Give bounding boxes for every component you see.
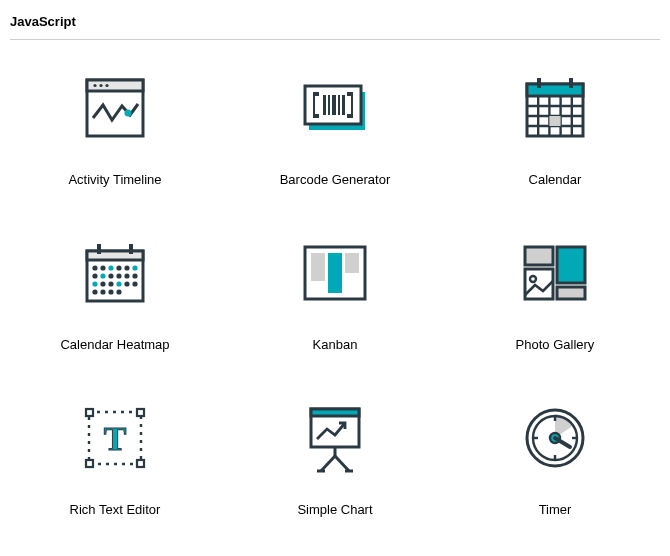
svg-point-45 <box>124 281 129 286</box>
svg-line-69 <box>321 456 335 471</box>
card-rich-text-editor[interactable]: T Rich Text Editor <box>10 390 220 525</box>
calendar-heatmap-icon <box>75 233 155 313</box>
photo-gallery-icon <box>515 233 595 313</box>
card-timer[interactable]: Timer <box>450 390 660 525</box>
svg-rect-56 <box>557 247 585 283</box>
svg-point-34 <box>132 265 137 270</box>
svg-point-40 <box>132 273 137 278</box>
svg-point-36 <box>100 273 105 278</box>
svg-rect-55 <box>525 247 553 265</box>
svg-rect-54 <box>345 253 359 273</box>
svg-point-39 <box>124 273 129 278</box>
card-photo-gallery[interactable]: Photo Gallery <box>450 225 660 360</box>
svg-point-35 <box>92 273 97 278</box>
card-label: Calendar Heatmap <box>60 337 169 352</box>
card-label: Photo Gallery <box>516 337 595 352</box>
svg-rect-16 <box>569 78 573 88</box>
svg-rect-9 <box>328 95 330 115</box>
card-label: Calendar <box>529 172 582 187</box>
svg-rect-53 <box>328 253 342 293</box>
svg-rect-67 <box>311 409 359 416</box>
svg-point-43 <box>108 281 113 286</box>
svg-rect-15 <box>537 78 541 88</box>
components-gallery: JavaScript Activity Timeline <box>0 0 670 525</box>
svg-text:T: T <box>104 420 127 457</box>
svg-point-37 <box>108 273 113 278</box>
section-title: JavaScript <box>10 10 660 40</box>
timer-icon <box>515 398 595 478</box>
svg-point-49 <box>108 289 113 294</box>
card-kanban[interactable]: Kanban <box>230 225 440 360</box>
svg-point-30 <box>100 265 105 270</box>
card-simple-chart[interactable]: Simple Chart <box>230 390 440 525</box>
svg-point-46 <box>132 281 137 286</box>
svg-rect-12 <box>342 95 345 115</box>
svg-rect-8 <box>323 95 326 115</box>
simple-chart-icon <box>295 398 375 478</box>
activity-timeline-icon <box>75 68 155 148</box>
svg-point-50 <box>116 289 121 294</box>
svg-rect-10 <box>332 95 336 115</box>
card-activity-timeline[interactable]: Activity Timeline <box>10 60 220 195</box>
svg-point-32 <box>116 265 121 270</box>
svg-point-33 <box>124 265 129 270</box>
svg-rect-62 <box>137 409 144 416</box>
svg-point-42 <box>100 281 105 286</box>
svg-point-48 <box>100 289 105 294</box>
svg-rect-27 <box>97 244 101 254</box>
card-label: Kanban <box>313 337 358 352</box>
card-label: Barcode Generator <box>280 172 391 187</box>
svg-rect-26 <box>87 251 143 260</box>
svg-point-41 <box>92 281 97 286</box>
svg-rect-59 <box>557 287 585 299</box>
card-barcode-generator[interactable]: Barcode Generator <box>230 60 440 195</box>
svg-rect-61 <box>86 409 93 416</box>
svg-point-31 <box>108 265 113 270</box>
svg-rect-64 <box>137 460 144 467</box>
svg-rect-24 <box>549 116 560 126</box>
svg-point-29 <box>92 265 97 270</box>
card-calendar[interactable]: Calendar <box>450 60 660 195</box>
svg-rect-11 <box>338 95 340 115</box>
svg-rect-63 <box>86 460 93 467</box>
svg-point-44 <box>116 281 121 286</box>
svg-point-4 <box>105 84 108 87</box>
svg-rect-14 <box>527 84 583 96</box>
svg-line-70 <box>335 456 349 471</box>
card-label: Rich Text Editor <box>70 502 161 517</box>
calendar-icon <box>515 68 595 148</box>
kanban-icon <box>295 233 375 313</box>
barcode-icon <box>295 68 375 148</box>
svg-point-5 <box>125 110 132 117</box>
svg-rect-28 <box>129 244 133 254</box>
svg-point-2 <box>93 84 96 87</box>
svg-rect-52 <box>311 253 325 281</box>
svg-point-47 <box>92 289 97 294</box>
svg-point-38 <box>116 273 121 278</box>
card-label: Timer <box>539 502 572 517</box>
card-label: Simple Chart <box>297 502 372 517</box>
svg-point-3 <box>99 84 102 87</box>
card-calendar-heatmap[interactable]: Calendar Heatmap <box>10 225 220 360</box>
card-label: Activity Timeline <box>68 172 161 187</box>
rich-text-editor-icon: T <box>75 398 155 478</box>
components-grid: Activity Timeline Barcode Generator <box>10 60 660 525</box>
